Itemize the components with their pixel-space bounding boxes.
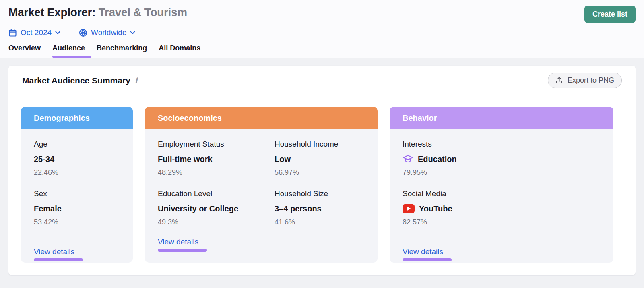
- panel-title: Market Audience Summary i: [22, 76, 138, 85]
- panel-title-text: Market Audience Summary: [22, 76, 130, 85]
- metric-label: Age: [34, 139, 120, 149]
- chevron-down-icon: [130, 31, 135, 35]
- metric-label: Household Size: [275, 189, 365, 199]
- page-title-market: Travel & Tourism: [99, 6, 187, 19]
- highlight-bar: [158, 249, 207, 252]
- metric-percent: 22.46%: [34, 168, 120, 177]
- export-button-label: Export to PNG: [568, 76, 614, 85]
- tab-bar: Overview Audience Benchmarking All Domai…: [8, 44, 636, 58]
- metric-label: Interests: [402, 139, 601, 149]
- highlight-bar: [34, 258, 83, 261]
- behavior-card: Behavior Interests Education 79.95%: [390, 107, 613, 263]
- behavior-view-details-link[interactable]: View details: [402, 247, 443, 256]
- metric-sex: Sex Female 53.42%: [34, 189, 120, 226]
- metric-value: University or College: [158, 204, 275, 213]
- socioeconomics-card: Socioeconomics Employment Status Full-ti…: [145, 107, 378, 263]
- metric-label: Social Media: [402, 189, 601, 199]
- page-title-prefix: Market Explorer:: [8, 6, 95, 19]
- metric-label: Education Level: [158, 189, 275, 199]
- metric-percent: 49.3%: [158, 218, 275, 227]
- youtube-icon: [402, 204, 415, 213]
- date-filter-dropdown[interactable]: Oct 2024: [8, 28, 60, 37]
- behavior-card-header: Behavior: [390, 107, 613, 129]
- metric-label: Sex: [34, 189, 120, 199]
- metric-value: Female: [34, 204, 120, 213]
- metric-label: Household Income: [275, 139, 365, 149]
- region-filter-value: Worldwide: [91, 28, 126, 37]
- education-icon: [402, 154, 413, 164]
- top-bar: Market Explorer: Travel & Tourism Create…: [0, 0, 644, 58]
- metric-interests: Interests Education 79.95%: [402, 139, 601, 177]
- metric-value: Full-time work: [158, 154, 275, 164]
- socioeconomics-view-details-link[interactable]: View details: [158, 238, 198, 247]
- metric-percent: 56.97%: [275, 168, 365, 177]
- metric-age: Age 25-34 22.46%: [34, 139, 120, 177]
- globe-icon: [79, 29, 87, 37]
- metric-percent: 79.95%: [402, 168, 601, 177]
- export-upload-icon: [555, 77, 563, 84]
- page-title: Market Explorer: Travel & Tourism: [8, 6, 187, 19]
- demographics-card-header: Demographics: [21, 107, 133, 129]
- metric-percent: 82.57%: [402, 218, 601, 227]
- metric-education-level: Education Level University or College 49…: [158, 189, 275, 226]
- metric-household-size: Household Size 3–4 persons 41.6%: [275, 189, 365, 226]
- tab-benchmarking[interactable]: Benchmarking: [97, 44, 147, 58]
- metric-social-media: Social Media YouTube 82.57%: [402, 189, 601, 226]
- date-filter-value: Oct 2024: [21, 28, 52, 37]
- export-to-png-button[interactable]: Export to PNG: [548, 73, 622, 88]
- metric-percent: 41.6%: [275, 218, 365, 227]
- chevron-down-icon: [55, 31, 60, 35]
- create-list-button[interactable]: Create list: [584, 6, 636, 23]
- summary-cards-row: Demographics Age 25-34 22.46% Sex Female…: [8, 95, 636, 274]
- tab-audience[interactable]: Audience: [52, 44, 85, 58]
- demographics-view-details-link[interactable]: View details: [34, 247, 74, 256]
- calendar-icon: [8, 29, 17, 37]
- metric-employment-status: Employment Status Full-time work 48.29%: [158, 139, 275, 177]
- demographics-card: Demographics Age 25-34 22.46% Sex Female…: [21, 107, 133, 263]
- metric-value: Low: [275, 154, 365, 164]
- metric-value: 25-34: [34, 154, 120, 164]
- metric-value: Education: [418, 154, 457, 164]
- info-icon[interactable]: i: [135, 77, 138, 84]
- metric-household-income: Household Income Low 56.97%: [275, 139, 365, 177]
- metric-label: Employment Status: [158, 139, 275, 149]
- metric-value: 3–4 persons: [275, 204, 365, 213]
- region-filter-dropdown[interactable]: Worldwide: [79, 28, 135, 37]
- tab-overview[interactable]: Overview: [8, 44, 41, 58]
- socioeconomics-card-header: Socioeconomics: [145, 107, 378, 129]
- metric-percent: 53.42%: [34, 218, 120, 227]
- metric-percent: 48.29%: [158, 168, 275, 177]
- metric-value: YouTube: [419, 204, 452, 213]
- tab-all-domains[interactable]: All Domains: [159, 44, 200, 58]
- market-audience-summary-panel: Market Audience Summary i Export to PNG …: [8, 66, 636, 275]
- highlight-bar: [402, 258, 452, 261]
- filter-row: Oct 2024 Worldwide: [8, 28, 636, 37]
